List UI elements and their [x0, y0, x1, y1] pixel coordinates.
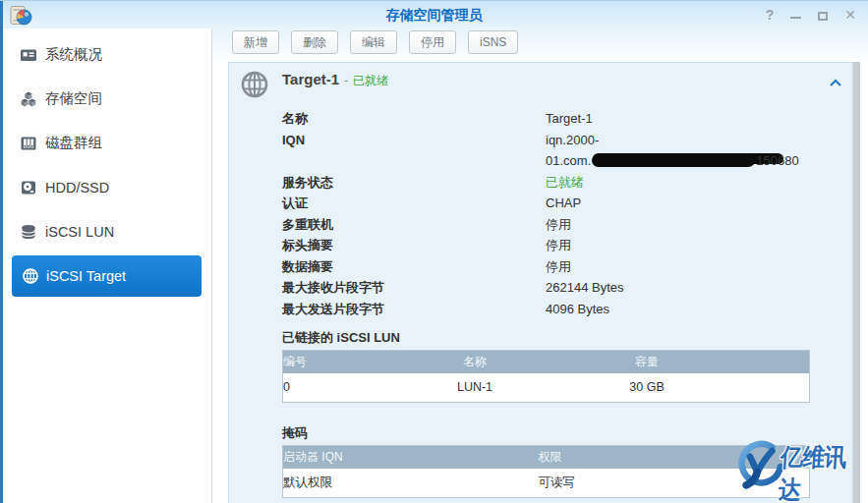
sidebar-item-system-overview[interactable]: 系统概况 — [3, 32, 211, 77]
storage-manager-window: 存储空间管理员 ? ✕ 系统概况 — [0, 0, 868, 503]
sidebar-item-label: iSCSI Target — [46, 268, 126, 284]
redaction-marker — [592, 154, 755, 167]
target-details: 名称 Target-1 IQN iqn.2000- 01.com.150680 … — [282, 108, 839, 319]
sidebar-item-volume[interactable]: 存储空间 — [3, 77, 211, 121]
detail-value: 4096 Bytes — [546, 299, 609, 320]
detail-label: 服务状态 — [282, 172, 546, 194]
sidebar-item-iscsi-target[interactable]: iSCSI Target — [12, 255, 202, 297]
titlebar: 存储空间管理员 ? ✕ — [0, 1, 868, 28]
detail-value: CHAP — [546, 193, 581, 214]
help-icon[interactable]: ? — [766, 6, 775, 24]
mask-cell-initiator: 默认权限 — [283, 469, 539, 498]
iqn-line2: 01.com.150680 — [546, 150, 799, 172]
sidebar-item-label: 存储空间 — [45, 89, 102, 108]
target-status-badge: 已就绪 — [353, 73, 388, 89]
iqn-line2-suffix: 150680 — [756, 153, 798, 168]
sidebar-item-iscsi-lun[interactable]: iSCSI LUN — [3, 209, 211, 253]
column-header-number: 编号 — [283, 351, 389, 373]
detail-label: 名称 — [282, 108, 546, 130]
cubes-icon — [20, 90, 37, 108]
detail-row-max-recv: 最大接收片段字节 262144 Bytes — [282, 277, 839, 299]
target-name: Target-1 — [282, 71, 339, 87]
database-icon — [20, 223, 37, 241]
mask-section-title: 掩码 — [282, 424, 308, 442]
mask-cell-permission: 可读写 — [539, 469, 810, 498]
sidebar: 系统概况 存储空间 — [3, 28, 212, 503]
detail-value-iqn: iqn.2000- 01.com.150680 — [546, 130, 799, 172]
edit-button[interactable]: 编辑 — [350, 30, 397, 54]
window-title: 存储空间管理员 — [0, 7, 868, 25]
minimize-icon[interactable] — [790, 17, 801, 19]
lun-section-title: 已链接的 iSCSI LUN — [282, 329, 400, 347]
iqn-line2-prefix: 01.com. — [546, 153, 591, 168]
column-header-name: 名称 — [389, 351, 561, 373]
detail-value: 停用 — [546, 256, 571, 278]
detail-row-service-status: 服务状态 已就绪 — [282, 172, 839, 194]
toolbar: 新增 删除 编辑 停用 iSNS — [232, 30, 530, 54]
sidebar-item-label: HDD/SSD — [45, 180, 109, 196]
window-controls: ? ✕ — [766, 6, 856, 24]
detail-value: 停用 — [546, 235, 571, 256]
lun-cell-name: LUN-1 — [389, 373, 561, 403]
detail-value: Target-1 — [546, 108, 593, 130]
lun-cell-spacer — [733, 373, 810, 403]
detail-row-iqn: IQN iqn.2000- 01.com.150680 — [282, 130, 839, 172]
maximize-icon[interactable] — [818, 12, 828, 21]
sidebar-item-label: 磁盘群组 — [45, 134, 102, 152]
column-header-permission: 权限 — [539, 446, 810, 469]
hdd-icon — [20, 179, 37, 196]
vertical-scrollbar[interactable] — [853, 62, 860, 503]
detail-label: IQN — [282, 130, 546, 172]
detail-label: 标头摘要 — [282, 235, 546, 256]
lun-table-header: 编号 名称 容量 — [283, 351, 810, 373]
mask-table: 启动器 IQN 权限 默认权限 可读写 — [282, 445, 810, 498]
sidebar-item-hdd-ssd[interactable]: HDD/SSD — [3, 165, 211, 209]
detail-value-status: 已就绪 — [546, 172, 584, 194]
detail-value: 停用 — [546, 214, 571, 236]
column-header-spacer — [733, 351, 810, 373]
lun-table-row: 0 LUN-1 30 GB — [283, 373, 810, 403]
id-card-icon — [20, 46, 37, 64]
target-header[interactable]: Target-1 - 已就绪 — [282, 71, 388, 88]
mask-table-header: 启动器 IQN 权限 — [283, 446, 810, 469]
sidebar-item-label: iSCSI LUN — [45, 224, 114, 240]
globe-icon — [22, 267, 39, 285]
lun-cell-number: 0 — [283, 373, 389, 403]
detail-row-auth: 认证 CHAP — [282, 193, 839, 214]
detail-label: 最大接收片段字节 — [282, 277, 546, 299]
sidebar-item-disk-group[interactable]: 磁盘群组 — [3, 121, 211, 165]
detail-row-multi-sessions: 多重联机 停用 — [282, 214, 839, 236]
detail-label: 多重联机 — [282, 214, 546, 236]
iqn-line1: iqn.2000- — [546, 130, 799, 151]
add-button[interactable]: 新增 — [232, 30, 279, 54]
column-header-initiator-iqn: 启动器 IQN — [283, 446, 539, 469]
detail-row-data-digest: 数据摘要 停用 — [282, 256, 839, 278]
detail-label: 最大发送片段字节 — [282, 299, 546, 320]
close-icon[interactable]: ✕ — [844, 6, 856, 24]
detail-row-name: 名称 Target-1 — [282, 108, 839, 130]
disk-group-icon — [20, 135, 37, 152]
delete-button[interactable]: 删除 — [291, 30, 338, 54]
content-area: 新增 删除 编辑 停用 iSNS Target-1 - 已就绪 — [212, 28, 868, 503]
window-left-edge — [0, 1, 3, 503]
detail-value: 262144 Bytes — [546, 277, 624, 299]
detail-label: 数据摘要 — [282, 256, 546, 278]
column-header-capacity: 容量 — [561, 351, 733, 373]
mask-table-row: 默认权限 可读写 — [283, 469, 810, 498]
detail-row-max-send: 最大发送片段字节 4096 Bytes — [282, 299, 839, 320]
target-dash: - — [344, 74, 348, 87]
target-detail-panel: Target-1 - 已就绪 名称 Target-1 IQN iqn.2000-… — [228, 62, 853, 503]
sidebar-item-label: 系统概况 — [45, 45, 102, 64]
isns-button[interactable]: iSNS — [468, 30, 518, 54]
disable-button[interactable]: 停用 — [409, 30, 456, 54]
detail-row-header-digest: 标头摘要 停用 — [282, 235, 839, 256]
lun-table: 编号 名称 容量 0 LUN-1 30 GB — [282, 350, 810, 403]
collapse-chevron-icon[interactable] — [829, 79, 842, 87]
lun-cell-capacity: 30 GB — [561, 373, 733, 403]
detail-label: 认证 — [282, 193, 546, 214]
target-globe-icon — [240, 70, 269, 99]
